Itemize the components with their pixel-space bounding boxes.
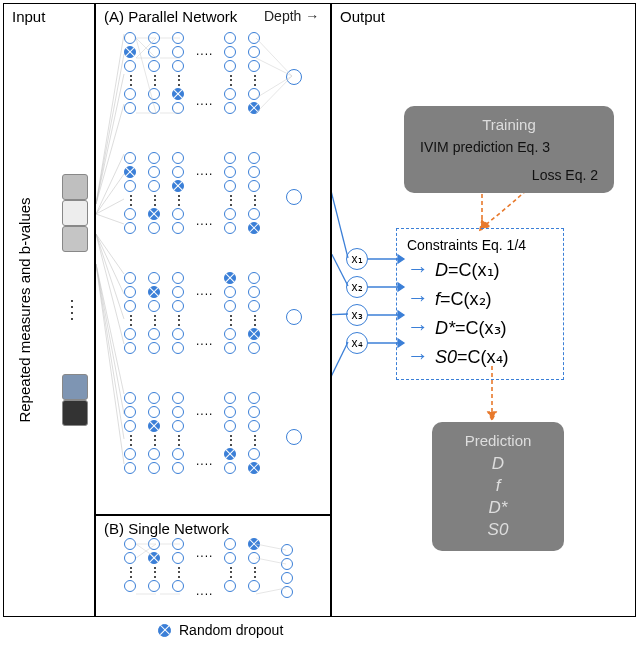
- svg-line-12: [96, 264, 124, 394]
- constraint-row: →S0=C(x₄): [407, 342, 553, 371]
- svg-line-6: [96, 199, 124, 214]
- constraint-row: →D=C(x₁): [407, 255, 553, 284]
- output-node-x2: x₂: [346, 276, 368, 298]
- training-box: Training IVIM prediction Eq. 3 Loss Eq. …: [404, 106, 614, 193]
- parallel-network-panel: (A) Parallel Network Depth → ⋮ ⋮ ⋮ .... …: [95, 3, 331, 515]
- output-node-x4: x₄: [346, 332, 368, 354]
- block-output-node: [286, 429, 302, 445]
- single-network-panel: (B) Single Network ⋮ ⋮ ⋮ .... .... ⋮ ⋮: [95, 515, 331, 617]
- svg-line-1: [96, 54, 124, 204]
- svg-line-11: [96, 234, 124, 344]
- output-title: Output: [340, 8, 385, 25]
- svg-line-10: [96, 234, 124, 319]
- svg-line-38: [332, 76, 348, 258]
- svg-line-13: [96, 264, 124, 414]
- input-axis-label: Repeated measures and b-values: [16, 197, 33, 422]
- input-block-group-2: [62, 374, 88, 426]
- svg-line-0: [96, 34, 124, 204]
- block-output-node: [286, 69, 302, 85]
- parallel-title: (A) Parallel Network: [104, 8, 237, 25]
- training-loss: Loss Eq. 2: [420, 167, 598, 183]
- svg-line-15: [96, 264, 124, 464]
- svg-line-41: [332, 342, 348, 436]
- input-block: [62, 400, 88, 426]
- training-title: Training: [420, 116, 598, 133]
- prediction-box: Prediction D f D* S0: [432, 422, 564, 551]
- prediction-item: f: [448, 475, 548, 497]
- input-block-group-1: [62, 174, 88, 252]
- input-block: [62, 374, 88, 400]
- prediction-item: D: [448, 453, 548, 475]
- input-block: [62, 226, 88, 252]
- svg-line-7: [96, 214, 124, 224]
- prediction-item: D*: [448, 497, 548, 519]
- ellipsis-icon: ....: [64, 294, 88, 327]
- svg-line-3: [96, 104, 124, 204]
- depth-label: Depth →: [264, 8, 319, 24]
- legend: Random dropout: [158, 622, 283, 638]
- svg-line-4: [96, 154, 124, 214]
- single-title: (B) Single Network: [104, 520, 229, 537]
- svg-line-9: [96, 234, 124, 294]
- output-node-x3: x₃: [346, 304, 368, 326]
- svg-marker-53: [488, 412, 496, 420]
- constraints-box: Constraints Eq. 1/4 →D=C(x₁) →f=C(x₂) →D…: [396, 228, 564, 380]
- block-output-node: [286, 189, 302, 205]
- constraint-row: →f=C(x₂): [407, 284, 553, 313]
- dropout-icon: [158, 624, 171, 637]
- constraint-row: →D*=C(x₃): [407, 313, 553, 342]
- input-block: [62, 200, 88, 226]
- svg-line-8: [96, 234, 124, 274]
- prediction-item: S0: [448, 519, 548, 541]
- svg-line-14: [96, 264, 124, 439]
- training-prediction: IVIM prediction Eq. 3: [420, 139, 598, 155]
- svg-line-2: [96, 74, 124, 204]
- prediction-title: Prediction: [448, 432, 548, 449]
- output-node-x1: x₁: [346, 248, 368, 270]
- svg-line-5: [96, 174, 124, 214]
- input-block: [62, 174, 88, 200]
- constraints-title: Constraints Eq. 1/4: [407, 237, 553, 253]
- block-output-node: [286, 309, 302, 325]
- input-title: Input: [12, 8, 45, 25]
- svg-line-39: [332, 196, 348, 286]
- output-panel: Output x₁ x₂ x₃ x₄ Training IVIM predict…: [331, 3, 636, 617]
- legend-label: Random dropout: [179, 622, 283, 638]
- input-panel: Input Repeated measures and b-values ...…: [3, 3, 95, 617]
